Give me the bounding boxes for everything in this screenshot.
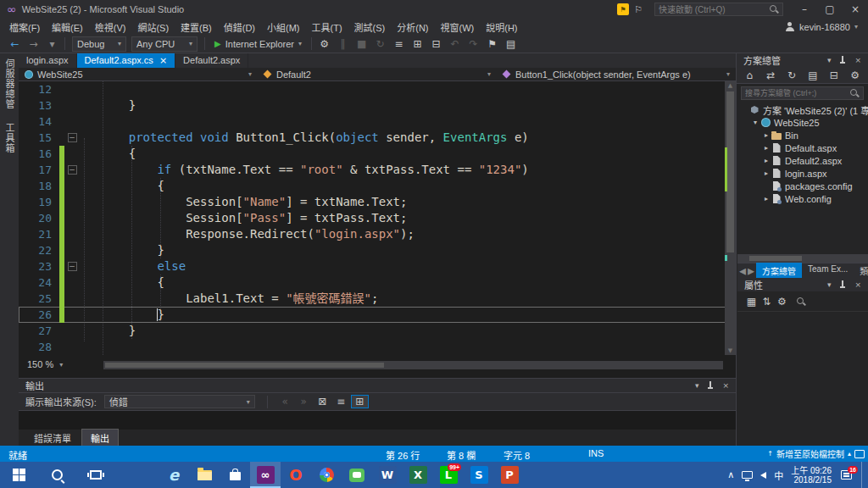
expander-icon[interactable]: ▸	[762, 144, 771, 152]
code-line-17[interactable]: 17− if (txtName.Text == "root" & txtPass…	[19, 162, 736, 178]
menu-item[interactable]: 小組(M)	[261, 20, 306, 34]
close-tab-icon[interactable]: ×	[159, 55, 167, 66]
code-line-13[interactable]: 13 }	[19, 97, 736, 114]
zoom-control[interactable]: 150 %▾	[20, 358, 70, 370]
next-message-icon[interactable]: »	[296, 396, 312, 408]
hidden-icons-chevron[interactable]: ∧	[727, 469, 734, 480]
window-position-icon[interactable]: ▾	[827, 280, 832, 289]
history-dropdown-icon[interactable]: ▾	[44, 38, 60, 50]
tree-item[interactable]: ▸Default.aspx	[737, 141, 868, 154]
code-line-21[interactable]: 21 Response.Redirect("login.aspx");	[19, 226, 736, 242]
menu-item[interactable]: 檔案(F)	[3, 20, 46, 34]
start-button[interactable]	[0, 462, 38, 488]
tree-item[interactable]: packages.config	[737, 180, 868, 192]
taskbar-line[interactable]: L99+	[433, 462, 464, 488]
tree-item[interactable]: 方案 'WebSite25 (2)' (1 專案)	[737, 103, 868, 116]
scroll-up-icon[interactable]: ▲	[725, 82, 736, 89]
code-line-27[interactable]: 27 }	[19, 323, 736, 339]
user-account[interactable]: kevin-16880 ▾	[785, 22, 858, 32]
expander-icon[interactable]: ▸	[762, 157, 771, 164]
show-all-files-icon[interactable]: ▤	[805, 69, 820, 81]
output-source-dropdown[interactable]: 偵錯▾	[104, 395, 255, 408]
search-icon[interactable]	[796, 297, 806, 307]
scrollbar-thumb[interactable]	[105, 363, 384, 368]
taskbar-visual-studio[interactable]: ∞	[250, 462, 281, 488]
code-line-19[interactable]: 19 Session["Name"] = txtName.Text;	[19, 194, 736, 210]
close-panel-icon[interactable]: ×	[854, 56, 861, 64]
refresh-icon[interactable]: ↻	[785, 69, 799, 81]
taskbar-edge[interactable]: e	[159, 462, 189, 488]
breadcrumb-member[interactable]: Button1_Click(object sender, EventArgs e…	[497, 68, 736, 80]
menu-item[interactable]: 編輯(E)	[46, 20, 89, 34]
document-tab[interactable]: login.aspx	[19, 53, 77, 68]
expander-icon[interactable]: ▸	[762, 131, 771, 139]
notification-icon[interactable]: ⚑	[617, 3, 629, 15]
pin-icon[interactable]	[706, 380, 715, 391]
collapse-icon[interactable]: −	[68, 165, 77, 175]
code-line-25[interactable]: 25 Label1.Text = "帳號密碼錯誤";	[19, 291, 736, 307]
navigate-back-icon[interactable]: ←	[7, 38, 23, 50]
show-desktop-button[interactable]	[861, 462, 865, 488]
taskbar-powerpoint[interactable]: P	[494, 462, 525, 488]
quick-launch-input[interactable]	[659, 5, 769, 14]
breadcrumb-type[interactable]: Default2▾	[258, 68, 497, 80]
navigate-forward-icon[interactable]: →	[25, 38, 42, 50]
volume-icon[interactable]	[760, 472, 766, 479]
collapse-icon[interactable]: −	[68, 133, 77, 142]
code-line-22[interactable]: 22 }	[19, 242, 736, 258]
solution-search-input[interactable]	[745, 89, 849, 97]
restart-icon[interactable]: ↻	[372, 38, 388, 50]
pause-icon[interactable]: ‖	[335, 38, 351, 50]
taskbar-clock[interactable]: 上午 09:26 2018/2/15	[791, 466, 832, 485]
code-line-23[interactable]: 23− else	[19, 258, 736, 274]
search-icon[interactable]	[769, 4, 779, 14]
tree-item[interactable]: ▸Web.config	[737, 192, 868, 205]
stop-icon[interactable]: ■	[353, 38, 370, 50]
taskbar-wechat[interactable]	[342, 462, 372, 488]
panel-tab[interactable]: 方案總管	[756, 263, 802, 280]
tool-tab[interactable]: 輸出	[82, 430, 118, 447]
tree-item[interactable]: ▸login.aspx	[737, 167, 868, 180]
toggle-output-icon[interactable]: ⊞	[352, 396, 368, 408]
tree-item[interactable]: ▸Default2.aspx	[737, 154, 868, 167]
tree-item[interactable]: ▸Bin	[737, 129, 868, 141]
window-position-icon[interactable]: ▾	[695, 381, 699, 390]
close-panel-icon[interactable]: ×	[722, 381, 729, 390]
horizontal-scrollbar[interactable]	[103, 361, 723, 369]
prev-message-icon[interactable]: «	[277, 396, 293, 408]
side-tab[interactable]: 工具箱	[3, 123, 16, 153]
menu-item[interactable]: 視窗(W)	[435, 20, 481, 34]
close-button[interactable]: ×	[843, 3, 868, 15]
side-tab[interactable]: 伺服器總管	[3, 58, 16, 109]
display-icon[interactable]	[742, 471, 753, 479]
scroll-down-icon[interactable]: ▼	[725, 347, 736, 354]
close-panel-icon[interactable]: ×	[854, 280, 861, 289]
breadcrumb-project[interactable]: WebSite25▾	[19, 68, 258, 80]
comment-icon[interactable]: ▤	[503, 38, 519, 50]
tool-tab[interactable]: 錯誤清單	[25, 430, 80, 447]
code-line-14[interactable]: 14	[19, 114, 736, 130]
code-line-16[interactable]: 16 {	[19, 146, 736, 162]
taskbar-search-button[interactable]	[38, 462, 76, 488]
home-icon[interactable]: ⌂	[743, 69, 757, 81]
redo-icon[interactable]: ↷	[465, 38, 481, 50]
code-editor[interactable]: 1213 }1415− protected void Button1_Click…	[19, 81, 736, 355]
minimize-button[interactable]: –	[792, 3, 817, 15]
switch-views-icon[interactable]: ⇄	[764, 69, 778, 81]
expander-icon[interactable]: ▸	[762, 169, 771, 177]
scrollbar-thumb[interactable]	[749, 256, 802, 261]
ime-indicator[interactable]: 中	[774, 469, 783, 482]
properties-icon[interactable]: ⚙	[848, 69, 862, 81]
menu-item[interactable]: 網站(S)	[131, 20, 175, 34]
alphabetical-icon[interactable]: ⇅	[760, 296, 773, 308]
window-position-icon[interactable]: ▾	[827, 56, 832, 64]
menu-item[interactable]: 說明(H)	[480, 20, 523, 34]
collapse-all-icon[interactable]: ⊟	[826, 69, 841, 81]
panel-scrollbar[interactable]	[737, 254, 868, 263]
property-pages-icon[interactable]: ⚙	[776, 296, 788, 308]
code-line-15[interactable]: 15− protected void Button1_Click(object …	[19, 130, 736, 146]
code-line-28[interactable]: 28	[19, 339, 736, 355]
expander-icon[interactable]: ▸	[762, 195, 771, 202]
output-content[interactable]	[19, 411, 736, 430]
task-view-button[interactable]	[76, 462, 114, 488]
